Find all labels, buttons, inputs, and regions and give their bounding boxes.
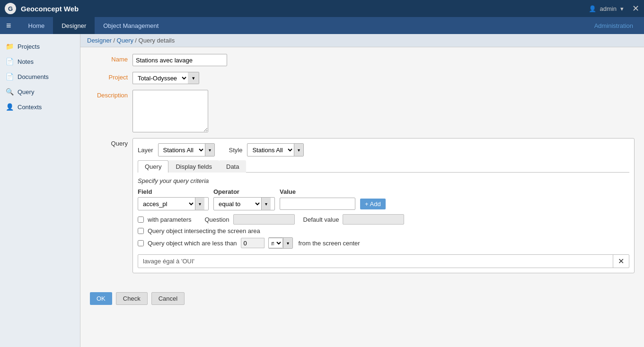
query-icon: 🔍 bbox=[6, 88, 14, 95]
query-result-text: lavage égal à 'OUI' bbox=[138, 255, 613, 268]
name-row: Name bbox=[90, 54, 635, 66]
app-logo: G bbox=[5, 3, 16, 14]
user-area: 👤 admin ▾ ✕ bbox=[589, 3, 639, 14]
contexts-icon: 👤 bbox=[6, 103, 14, 111]
documents-icon: 📄 bbox=[6, 73, 14, 80]
unit-select-wrap: m ▾ bbox=[268, 237, 293, 249]
breadcrumb: Designer / Query / Query details bbox=[80, 34, 644, 47]
question-input[interactable] bbox=[233, 214, 295, 225]
sidebar-label-projects: Projects bbox=[18, 43, 40, 50]
with-parameters-row: with parameters Question Default value bbox=[138, 214, 629, 225]
tab-display-fields[interactable]: Display fields bbox=[168, 160, 219, 173]
bottom-buttons: OK Check Cancel bbox=[80, 286, 644, 312]
query-label: Query bbox=[90, 138, 132, 147]
style-label: Style bbox=[229, 147, 243, 154]
style-select-wrap: Stations All ▾ bbox=[247, 143, 304, 156]
style-select[interactable]: Stations All bbox=[247, 144, 294, 156]
less-than-checkbox[interactable] bbox=[138, 240, 144, 246]
form-area: Name Project Total-Odyssee ▾ Description bbox=[80, 47, 644, 286]
nav-tab-designer[interactable]: Designer bbox=[53, 17, 95, 34]
query-box: Layer Stations All ▾ Style Stations All bbox=[132, 138, 635, 273]
intersect-checkbox[interactable] bbox=[138, 228, 144, 234]
tab-query[interactable]: Query bbox=[138, 160, 168, 173]
project-label: Project bbox=[90, 72, 132, 81]
app-title: Geoconcept Web bbox=[21, 5, 589, 13]
unit-select[interactable]: m bbox=[269, 238, 283, 248]
main-content: Designer / Query / Query details Name Pr… bbox=[80, 34, 644, 347]
query-result-close-button[interactable]: ✕ bbox=[613, 255, 629, 268]
field-select-wrap: acces_pl ▾ bbox=[138, 197, 209, 210]
sidebar-item-documents[interactable]: 📄 Documents bbox=[0, 69, 80, 84]
name-input[interactable] bbox=[132, 54, 227, 66]
breadcrumb-query[interactable]: Query bbox=[117, 37, 133, 44]
query-layer-row: Layer Stations All ▾ Style Stations All bbox=[138, 143, 629, 156]
main-layout: 📁 Projects 📄 Notes 📄 Documents 🔍 Query 👤… bbox=[0, 34, 644, 347]
operator-select[interactable]: equal to bbox=[214, 198, 261, 210]
sidebar-label-contexts: Contexts bbox=[18, 104, 42, 111]
project-select-wrap: Total-Odyssee ▾ bbox=[132, 72, 199, 84]
breadcrumb-designer[interactable]: Designer bbox=[87, 37, 112, 44]
value-header: Value bbox=[280, 188, 365, 195]
description-textarea[interactable] bbox=[132, 90, 208, 132]
query-tabs: Query Display fields Data bbox=[138, 160, 629, 173]
operator-dropdown-button[interactable]: ▾ bbox=[261, 198, 271, 210]
sidebar-item-query[interactable]: 🔍 Query bbox=[0, 84, 80, 99]
nav-tab-home[interactable]: Home bbox=[20, 17, 53, 34]
default-value-input[interactable] bbox=[343, 214, 404, 225]
intersect-row: Query object intersecting the screen are… bbox=[138, 227, 629, 234]
sidebar-item-projects[interactable]: 📁 Projects bbox=[0, 39, 80, 54]
project-row: Project Total-Odyssee ▾ bbox=[90, 72, 635, 84]
less-than-label: Query object which are less than bbox=[148, 240, 237, 247]
criteria-header: Field Operator Value bbox=[138, 188, 629, 195]
layer-select-wrap: Stations All ▾ bbox=[158, 143, 215, 156]
from-label: from the screen center bbox=[299, 240, 360, 247]
check-button[interactable]: Check bbox=[116, 292, 148, 305]
sidebar-item-contexts[interactable]: 👤 Contexts bbox=[0, 99, 80, 114]
field-dropdown-button[interactable]: ▾ bbox=[195, 198, 204, 210]
sidebar-label-documents: Documents bbox=[18, 73, 49, 80]
folder-icon: 📁 bbox=[6, 43, 14, 50]
nav-bar: ≡ Home Designer Object Management Admini… bbox=[0, 17, 644, 34]
field-select[interactable]: acces_pl bbox=[138, 198, 195, 210]
nav-admin-link[interactable]: Administration bbox=[586, 22, 642, 29]
less-than-row: Query object which are less than m ▾ fro… bbox=[138, 237, 629, 249]
ok-button[interactable]: OK bbox=[90, 292, 112, 305]
username: admin bbox=[600, 5, 617, 12]
hamburger-icon[interactable]: ≡ bbox=[2, 21, 15, 31]
query-result-row: lavage égal à 'OUI' ✕ bbox=[138, 254, 629, 268]
sidebar-item-notes[interactable]: 📄 Notes bbox=[0, 54, 80, 69]
distance-input[interactable] bbox=[241, 238, 265, 248]
criteria-row: acces_pl ▾ equal to ▾ + Add bbox=[138, 197, 629, 210]
style-dropdown-button[interactable]: ▾ bbox=[294, 144, 303, 156]
cancel-button[interactable]: Cancel bbox=[151, 292, 185, 305]
description-label: Description bbox=[90, 90, 132, 99]
unit-dropdown-button[interactable]: ▾ bbox=[283, 238, 292, 248]
value-input[interactable] bbox=[280, 198, 355, 210]
notes-icon: 📄 bbox=[6, 58, 14, 65]
operator-header: Operator bbox=[213, 188, 275, 195]
field-header: Field bbox=[138, 188, 209, 195]
layer-dropdown-button[interactable]: ▾ bbox=[205, 144, 214, 156]
layer-label: Layer bbox=[138, 147, 153, 154]
breadcrumb-current: Query details bbox=[139, 37, 175, 44]
layer-select[interactable]: Stations All bbox=[159, 144, 205, 156]
with-parameters-checkbox[interactable] bbox=[138, 217, 144, 223]
with-parameters-label: with parameters bbox=[148, 216, 191, 223]
name-label: Name bbox=[90, 54, 132, 63]
default-value-label: Default value bbox=[303, 216, 339, 223]
question-label: Question bbox=[204, 216, 229, 223]
project-select[interactable]: Total-Odyssee bbox=[132, 72, 188, 84]
user-icon: 👤 bbox=[589, 5, 596, 12]
operator-select-wrap: equal to ▾ bbox=[213, 197, 275, 210]
criteria-title: Specify your query criteria bbox=[138, 177, 629, 184]
intersect-label: Query object intersecting the screen are… bbox=[148, 227, 260, 234]
tab-data[interactable]: Data bbox=[219, 160, 246, 173]
project-dropdown-button[interactable]: ▾ bbox=[188, 72, 199, 84]
add-button[interactable]: + Add bbox=[360, 199, 386, 209]
sidebar-label-notes: Notes bbox=[18, 58, 34, 65]
description-row: Description bbox=[90, 90, 635, 132]
sidebar: 📁 Projects 📄 Notes 📄 Documents 🔍 Query 👤… bbox=[0, 34, 80, 347]
user-dropdown-icon[interactable]: ▾ bbox=[620, 5, 624, 12]
close-button[interactable]: ✕ bbox=[632, 3, 639, 14]
nav-tab-object-management[interactable]: Object Management bbox=[95, 17, 167, 34]
